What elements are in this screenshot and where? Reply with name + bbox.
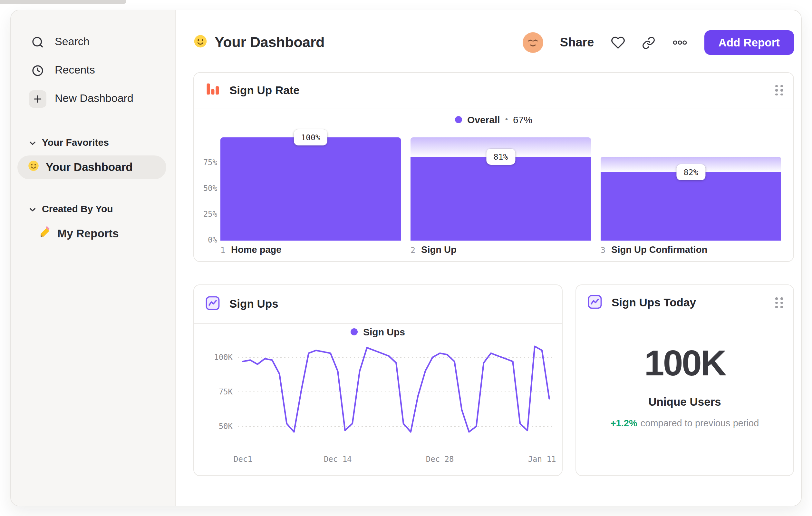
- legend-value: 67%: [513, 114, 532, 125]
- sidebar: Search Recents New Dashboard: [11, 10, 176, 506]
- card-title: Sign Ups: [229, 297, 279, 311]
- legend-label: Sign Ups: [363, 326, 405, 337]
- smiley-icon: [193, 34, 207, 51]
- clock-icon: [29, 63, 47, 77]
- share-button[interactable]: Share: [560, 35, 594, 50]
- x-axis-tick: Dec 28: [426, 455, 454, 464]
- drag-handle-icon[interactable]: [775, 85, 783, 96]
- sidebar-item-search[interactable]: Search: [11, 28, 175, 56]
- sidebar-item-label: Search: [55, 35, 90, 48]
- funnel-y-tick: 0%: [194, 236, 217, 244]
- add-report-button[interactable]: Add Report: [704, 30, 794, 55]
- x-axis-tick: Jan 11: [528, 455, 556, 464]
- screen: Search Recents New Dashboard: [0, 0, 812, 516]
- search-icon: [29, 35, 47, 49]
- card-header: Sign Up Rate: [194, 73, 793, 108]
- sidebar-item-your-dashboard[interactable]: Your Dashboard: [18, 156, 166, 179]
- sign-ups-line-chart: 100K75K50KDec1Dec 14Dec 28Jan 11: [194, 340, 563, 466]
- sidebar-item-my-reports[interactable]: My Reports: [11, 224, 175, 243]
- card-title: Sign Up Rate: [229, 84, 300, 97]
- smiley-icon: [28, 160, 39, 175]
- funnel-step-name: Sign Up Confirmation: [611, 244, 707, 255]
- legend-label: Overall: [467, 114, 500, 125]
- funnel-step-index: 2: [410, 245, 415, 255]
- sign-up-rate-card: Sign Up Rate Overall • 67% 75%50%25%0%10…: [193, 72, 794, 262]
- x-axis-tick: Dec1: [234, 455, 252, 464]
- line-chart-icon: [204, 294, 221, 314]
- drag-handle-icon[interactable]: [775, 298, 783, 308]
- delta-description: compared to previous period: [641, 418, 759, 428]
- funnel-legend: Overall • 67%: [194, 108, 793, 130]
- funnel-y-tick: 50%: [194, 184, 217, 193]
- card-header: Sign Ups: [194, 285, 562, 324]
- chevron-down-icon: [29, 136, 36, 147]
- y-axis-tick: 50K: [219, 422, 233, 431]
- sidebar-section-created-by-you[interactable]: Created By You: [11, 200, 175, 216]
- funnel-bar[interactable]: [601, 172, 781, 241]
- sidebar-section-your-favorites[interactable]: Your Favorites: [11, 134, 175, 150]
- sidebar-item-recents[interactable]: Recents: [11, 56, 175, 84]
- big-number-label: Unique Users: [576, 396, 793, 409]
- x-axis-tick: Dec 14: [324, 455, 352, 464]
- big-number-value: 100K: [576, 344, 793, 382]
- card-header: Sign Ups Today: [576, 285, 793, 321]
- legend-dot: [455, 116, 462, 123]
- avatar[interactable]: [523, 32, 543, 53]
- window-edge-artifact: [0, 0, 126, 4]
- funnel-step-name: Home page: [231, 244, 281, 255]
- funnel-y-tick: 75%: [194, 158, 217, 167]
- main-content: Your Dashboard Share A: [176, 10, 801, 506]
- delta-row: +1.2%compared to previous period: [576, 418, 793, 428]
- sidebar-item-new-dashboard[interactable]: New Dashboard: [11, 84, 175, 113]
- funnel-value-tag: 100%: [294, 129, 327, 145]
- funnel-report-icon: [204, 81, 221, 100]
- funnel-chart: 75%50%25%0%100%1Home page81%2Sign Up82%3…: [194, 130, 793, 261]
- line-chart-icon: [586, 293, 603, 313]
- sign-ups-series-line: [243, 346, 549, 432]
- sidebar-item-label: Your Dashboard: [46, 161, 133, 174]
- sign-ups-today-card: Sign Ups Today 100K Unique Users +1.2%co…: [576, 284, 794, 476]
- favorite-heart-icon[interactable]: [611, 35, 625, 50]
- pencil-icon: [39, 226, 51, 241]
- app-window: Search Recents New Dashboard: [10, 10, 802, 506]
- plus-icon: [29, 90, 47, 107]
- funnel-category-label: 2Sign Up: [410, 244, 457, 255]
- funnel-category-label: 1Home page: [221, 244, 281, 255]
- funnel-bar[interactable]: [221, 137, 401, 241]
- more-options-icon[interactable]: [672, 35, 687, 50]
- funnel-step-name: Sign Up: [421, 244, 457, 255]
- chevron-down-icon: [29, 203, 36, 214]
- funnel-value-tag: 81%: [486, 149, 515, 165]
- copy-link-icon[interactable]: [642, 36, 655, 49]
- legend-separator: •: [505, 115, 508, 124]
- funnel-bar[interactable]: [410, 157, 591, 241]
- y-axis-tick: 75K: [219, 387, 233, 396]
- plus-icon-wrap: [29, 90, 47, 107]
- section-title: Your Favorites: [42, 136, 109, 147]
- funnel-y-tick: 25%: [194, 210, 217, 219]
- funnel-value-tag: 82%: [676, 164, 705, 180]
- page-title: Your Dashboard: [214, 34, 324, 51]
- funnel-category-label: 3Sign Up Confirmation: [601, 244, 707, 255]
- delta-value: +1.2%: [611, 418, 637, 428]
- funnel-step-index: 3: [601, 245, 605, 255]
- card-title: Sign Ups Today: [612, 296, 696, 309]
- line-legend: Sign Ups: [194, 324, 562, 340]
- sidebar-item-label: New Dashboard: [55, 92, 134, 105]
- sidebar-item-label: Recents: [55, 64, 95, 77]
- legend-dot: [351, 328, 358, 335]
- page-header: Your Dashboard Share A: [193, 30, 794, 55]
- funnel-step-index: 1: [221, 245, 225, 255]
- section-title: Created By You: [42, 203, 113, 214]
- sign-ups-card: Sign Ups Sign Ups 100K75K50KDec1Dec 14De…: [193, 284, 562, 476]
- y-axis-tick: 100K: [214, 353, 233, 362]
- sidebar-item-label: My Reports: [57, 227, 119, 240]
